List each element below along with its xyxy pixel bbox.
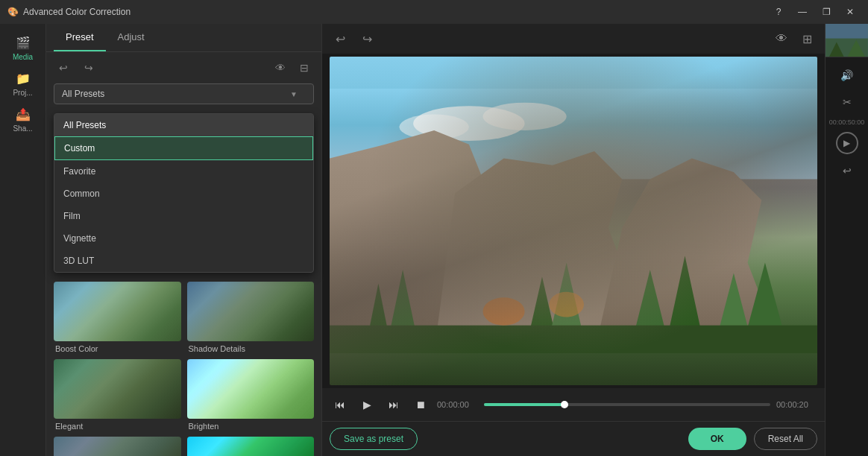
save-preset-button[interactable]: Save as preset [330,428,418,450]
compare-button[interactable]: ⊟ [295,58,314,77]
video-undo-button[interactable]: ↩ [330,28,350,49]
preset-thumb-extra2 [187,437,315,456]
svg-marker-10 [546,263,588,353]
video-toolbar: ↩ ↪ 👁 ⊞ [322,24,825,54]
time-total: 00:00:20 [776,400,817,409]
timeline-rewind-button[interactable]: ↩ [837,160,858,181]
video-redo-button[interactable]: ↪ [356,28,377,49]
preset-thumb-extra1 [54,437,181,456]
preset-thumb-shadow-details [187,282,315,341]
svg-point-3 [399,115,468,140]
skip-forward-button[interactable]: ⏭ [383,394,404,415]
svg-marker-12 [664,256,705,353]
color-correction-panel: Preset Adjust ↩ ↪ 👁 ⊟ All Presets ▼ [46,24,322,456]
svg-marker-4 [330,130,483,353]
timeline-thumb-svg [825,24,868,57]
preset-label-elegant: Elegant [54,422,181,431]
svg-marker-13 [713,273,755,353]
tab-adjust[interactable]: Adjust [106,24,157,51]
dropdown-menu: All Presets Custom Favorite Common Film … [54,113,314,273]
sidebar-label-media: Media [13,53,33,61]
video-toolbar-left: ↩ ↪ [330,28,377,49]
undo-button[interactable]: ↩ [54,58,73,77]
preset-grid: Boost Color Shadow Details Elegant Brigh… [46,274,321,456]
timeline-volume-button[interactable]: 🔊 [837,65,858,86]
tab-preset[interactable]: Preset [54,24,106,51]
restore-button[interactable]: ❐ [816,4,837,20]
progress-fill [484,403,564,406]
preset-item-shadow-details[interactable]: Shadow Details [187,282,315,353]
preset-label-boost-color: Boost Color [54,344,181,353]
svg-marker-11 [629,270,671,353]
dropdown-option-vignette[interactable]: Vignette [54,227,313,250]
preset-item-extra1[interactable]: Dramatic [54,437,181,456]
svg-point-2 [483,103,567,130]
video-scene-svg [330,57,817,385]
video-compare-button[interactable]: ⊞ [796,28,817,49]
dropdown-option-favorite[interactable]: Favorite [54,160,313,183]
video-preview [330,57,817,385]
sidebar-item-media[interactable]: 🎬 Media [0,30,45,66]
close-button[interactable]: ✕ [840,4,861,20]
title-bar-controls: ? — ❐ ✕ [768,4,861,20]
video-toolbar-right: 👁 ⊞ [771,28,817,49]
progress-bar[interactable] [484,403,770,406]
title-bar-icon: 🎨 [7,7,19,17]
dropdown-option-film[interactable]: Film [54,205,313,227]
svg-marker-7 [365,284,392,353]
minimize-button[interactable]: — [792,4,813,20]
svg-point-1 [413,106,524,141]
panel-toolbar: ↩ ↪ 👁 ⊟ [46,52,321,83]
toolbar-left: ↩ ↪ [54,58,98,77]
dropdown-option-common[interactable]: Common [54,183,313,205]
preset-dropdown[interactable]: All Presets [54,83,314,104]
share-icon: 📤 [15,106,31,122]
project-icon: 📁 [15,70,31,86]
timeline-controls: 🔊 ✂ 00:00:50:00 ▶ ↩ [825,57,868,456]
svg-marker-14 [740,263,789,353]
sidebar-label-project: Proj... [13,89,32,97]
svg-marker-9 [525,276,560,353]
preset-thumb-boost-color [54,282,181,341]
preset-thumb-elegant [54,359,181,419]
svg-point-17 [549,292,584,317]
timeline-cut-button[interactable]: ✂ [837,92,858,113]
preview-toggle-button[interactable]: 👁 [271,58,290,77]
dropdown-option-3dlut[interactable]: 3D LUT [54,250,313,272]
svg-rect-0 [330,89,817,179]
title-bar-left: 🎨 Advanced Color Correction [7,7,130,17]
action-bar-right: OK Reset All [688,428,817,450]
timeline-play-button[interactable]: ▶ [836,132,858,154]
video-background [330,57,817,385]
help-button[interactable]: ? [768,4,789,20]
time-current: 00:00:00 [437,400,478,409]
title-bar-title: Advanced Color Correction [23,7,130,17]
dropdown-option-all-presets[interactable]: All Presets [54,114,313,136]
sidebar-item-share[interactable]: 📤 Sha... [0,101,45,137]
preset-label-shadow-details: Shadow Details [187,344,315,353]
reset-all-button[interactable]: Reset All [754,428,817,450]
preset-item-extra2[interactable]: Vivid [187,437,315,456]
stop-button[interactable]: ⏹ [410,394,431,415]
svg-marker-8 [386,270,421,353]
preset-item-elegant[interactable]: Elegant [54,359,181,431]
media-icon: 🎬 [15,34,31,51]
svg-rect-15 [330,326,817,353]
play-pause-button[interactable]: ▶ [356,394,377,415]
progress-dot [561,401,568,408]
preset-item-brighten[interactable]: Brighten [187,359,315,431]
redo-button[interactable]: ↪ [79,58,98,77]
timeline-time-label: 00:00:50:00 [829,118,865,126]
dropdown-option-custom[interactable]: Custom [54,136,313,160]
toolbar-right: 👁 ⊟ [271,58,314,77]
svg-marker-6 [594,158,782,353]
skip-back-button[interactable]: ⏮ [330,394,350,415]
timeline-strip: 🔊 ✂ 00:00:50:00 ▶ ↩ [825,24,868,456]
title-bar: 🎨 Advanced Color Correction ? — ❐ ✕ [0,0,868,24]
sidebar-item-project[interactable]: 📁 Proj... [0,66,45,101]
ok-button[interactable]: OK [688,428,746,450]
video-preview-button[interactable]: 👁 [771,28,792,49]
svg-point-16 [483,297,525,325]
sidebar-label-share: Sha... [13,124,32,133]
preset-item-boost-color[interactable]: Boost Color [54,282,181,353]
